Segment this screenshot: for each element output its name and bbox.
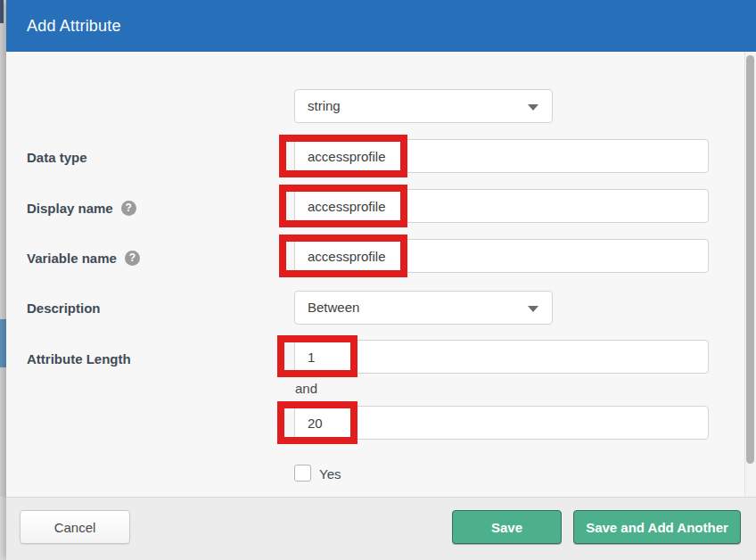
field-row-data-type: Data type — [27, 150, 87, 165]
field-row-attribute-length: Attribute Length — [27, 351, 131, 366]
attribute-length-max-input[interactable] — [294, 406, 709, 440]
attribute-required-checkbox[interactable] — [294, 465, 311, 482]
and-label: and — [295, 381, 317, 396]
modal-title: Add Attribute — [27, 17, 121, 36]
attribute-length-operator-select[interactable]: Between — [294, 291, 553, 325]
modal-scrollbar-thumb[interactable] — [746, 55, 754, 464]
cancel-button[interactable]: Cancel — [20, 510, 130, 544]
modal-header: Add Attribute — [6, 0, 756, 52]
data-type-label: Data type — [27, 150, 87, 165]
help-icon[interactable]: ? — [125, 251, 140, 266]
help-icon[interactable]: ? — [121, 201, 136, 216]
modal-scrollbar-track[interactable] — [744, 52, 756, 497]
field-row-description: Description — [27, 301, 101, 316]
background-page-edge-light — [0, 497, 6, 560]
save-and-add-another-button[interactable]: Save and Add Another — [573, 510, 741, 544]
field-row-display-name: Display name ? — [27, 201, 136, 216]
data-type-selected-value: string — [308, 98, 341, 113]
variable-name-input[interactable] — [294, 189, 709, 223]
description-label: Description — [27, 301, 101, 316]
save-button[interactable]: Save — [452, 510, 562, 544]
description-input[interactable] — [294, 239, 709, 273]
attribute-length-label: Attribute Length — [27, 351, 131, 366]
chevron-down-icon — [528, 104, 538, 111]
modal-body: Data type string Display name ? Variable… — [6, 52, 756, 497]
field-row-variable-name: Variable name ? — [27, 251, 140, 266]
chevron-down-icon — [528, 306, 538, 312]
background-page-edge-blue — [0, 319, 6, 367]
modal-footer: Cancel Save Save and Add Another — [6, 497, 756, 560]
variable-name-label: Variable name — [27, 251, 117, 266]
add-attribute-modal: Add Attribute Data type string Display n… — [6, 0, 756, 560]
attribute-length-min-input[interactable] — [294, 340, 709, 374]
display-name-input[interactable] — [294, 139, 709, 173]
attribute-required-checkbox-label: Yes — [319, 466, 341, 482]
attribute-length-operator-value: Between — [308, 300, 359, 315]
data-type-select[interactable]: string — [294, 89, 553, 123]
background-page-edge-dark — [0, 0, 4, 23]
display-name-label: Display name — [27, 201, 113, 216]
